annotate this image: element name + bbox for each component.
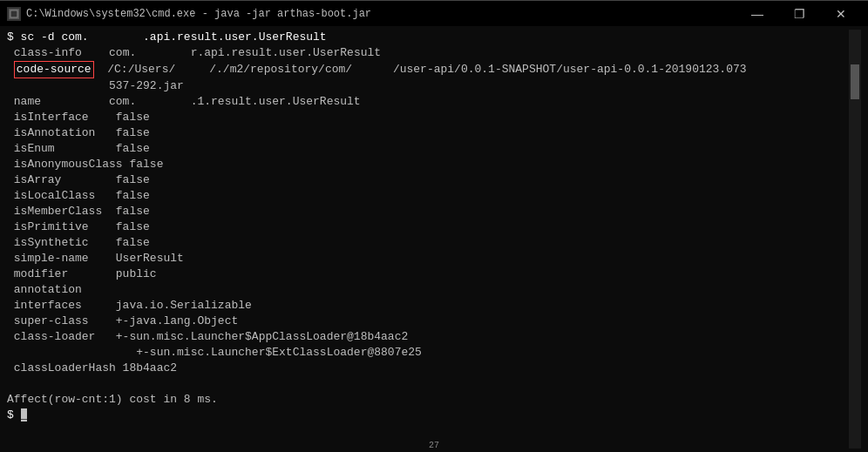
line-isLocalClass: isLocalClass false	[7, 188, 849, 204]
restore-button[interactable]: ❐	[779, 1, 819, 27]
line-isEnum: isEnum false	[7, 141, 849, 157]
line-code-source-2: 537-292.jar	[7, 78, 849, 94]
line-empty	[7, 376, 849, 392]
scrollbar-thumb[interactable]	[851, 64, 859, 99]
title-bar: C:\Windows\system32\cmd.exe - java -jar …	[0, 0, 868, 26]
line-isMemberClass: isMemberClass false	[7, 204, 849, 219]
window-icon	[7, 7, 21, 21]
terminal-content: $ sc -d com. .api.result.user.UserResult…	[7, 30, 849, 449]
line-classLoaderHash: classLoaderHash 18b4aac2	[7, 361, 849, 376]
line-code-source: code-source /C:/Users/ /./m2/repository/…	[7, 61, 849, 78]
line-isArray: isArray false	[7, 172, 849, 188]
line-class-loader-2: +-sun.misc.Launcher$ExtClassLoader@8807e…	[7, 345, 849, 361]
line-class-loader: class-loader +-sun.misc.Launcher$AppClas…	[7, 329, 849, 345]
line-affect: Affect(row-cnt:1) cost in 8 ms.	[7, 392, 849, 408]
scrollbar[interactable]: 27	[849, 30, 861, 449]
scroll-position: 27	[429, 441, 439, 450]
line-sc-command: $ sc -d com. .api.result.user.UserResult	[7, 30, 849, 45]
line-prompt-cursor: $ _	[7, 408, 849, 423]
line-modifier: modifier public	[7, 266, 849, 282]
title-bar-controls: — ❐ ✕	[737, 1, 861, 27]
line-interfaces: interfaces java.io.Serializable	[7, 298, 849, 314]
line-annotation: annotation	[7, 282, 849, 298]
close-button[interactable]: ✕	[821, 1, 861, 27]
window: C:\Windows\system32\cmd.exe - java -jar …	[0, 0, 868, 452]
line-super-class: super-class +-java.lang.Object	[7, 314, 849, 329]
line-isAnnotation: isAnnotation false	[7, 125, 849, 141]
line-isPrimitive: isPrimitive false	[7, 219, 849, 235]
line-isInterface: isInterface false	[7, 110, 849, 125]
line-isAnonymousClass: isAnonymousClass false	[7, 157, 849, 172]
title-bar-text: C:\Windows\system32\cmd.exe - java -jar …	[26, 8, 737, 20]
line-isSynthetic: isSynthetic false	[7, 235, 849, 251]
svg-rect-1	[10, 10, 17, 17]
terminal-body[interactable]: $ sc -d com. .api.result.user.UserResult…	[0, 26, 868, 452]
line-class-info: class-info com. r.api.result.user.UserRe…	[7, 45, 849, 61]
minimize-button[interactable]: —	[737, 1, 777, 27]
line-simple-name: simple-name UserResult	[7, 251, 849, 266]
line-name: name com. .1.result.user.UserResult	[7, 94, 849, 110]
